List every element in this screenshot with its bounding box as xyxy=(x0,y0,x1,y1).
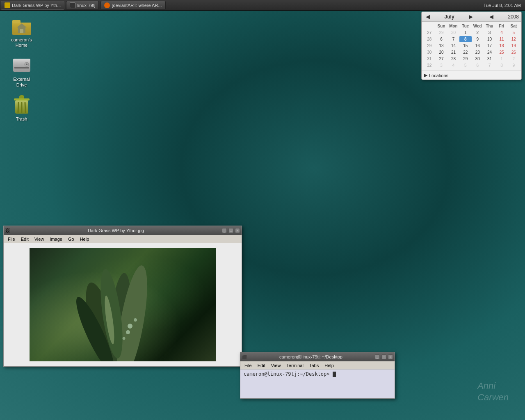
cal-day-cell[interactable]: 2 xyxy=(472,30,484,36)
cal-day-cell[interactable]: 2 xyxy=(508,56,520,62)
cal-day-cell[interactable]: 3 xyxy=(484,30,495,36)
cal-day-cell[interactable]: 20 xyxy=(435,49,447,55)
svg-line-14 xyxy=(18,103,18,112)
taskbar-terminal-label: linux-79tj xyxy=(77,3,95,8)
cal-day-cell[interactable]: 1 xyxy=(495,56,507,62)
taskbar-item-firefox[interactable]: [deviantART: where AR... xyxy=(100,1,165,10)
calendar-header: ◀ July ▶ ◀ 2008 xyxy=(422,12,521,22)
cal-day-cell[interactable]: 24 xyxy=(484,49,495,55)
taskbar-gimp-label: Dark Grass WP by Yth... xyxy=(12,3,61,8)
cal-day-cell[interactable]: 29 xyxy=(459,56,471,62)
cal-day-cell[interactable]: 6 xyxy=(472,62,484,68)
calendar-year: 2008 xyxy=(508,14,519,20)
calendar-week-row: 2913141516171819 xyxy=(423,43,520,49)
cal-day-cell[interactable]: 27 xyxy=(435,56,447,62)
cal-day-cell[interactable]: 21 xyxy=(447,49,459,55)
cal-day-cell[interactable]: 11 xyxy=(495,36,507,42)
svg-point-25 xyxy=(122,337,125,340)
desktop-icon-drive[interactable]: External Drive xyxy=(6,54,37,89)
gimp-menu-edit[interactable]: Edit xyxy=(18,236,31,242)
cal-week-num: 32 xyxy=(423,62,435,68)
gimp-close-btn[interactable]: × xyxy=(235,228,240,233)
cal-dow-fri: Fri xyxy=(495,23,507,29)
terminal-menu-edit[interactable]: Edit xyxy=(255,363,268,368)
cal-day-cell[interactable]: 8 xyxy=(495,62,507,68)
calendar-next-month[interactable]: ▶ xyxy=(467,14,475,20)
cal-day-cell[interactable]: 3 xyxy=(435,62,447,68)
home-icon-label: cameron's Home xyxy=(8,37,35,48)
watermark-line1: Anni xyxy=(477,380,509,392)
terminal-close-btn[interactable]: × xyxy=(388,354,393,359)
gimp-minimize-btn[interactable]: _ xyxy=(222,228,227,233)
cal-day-cell[interactable]: 25 xyxy=(495,49,507,55)
cal-day-cell[interactable]: 4 xyxy=(495,30,507,36)
gimp-menu-image[interactable]: Image xyxy=(47,236,65,242)
cal-day-cell[interactable]: 30 xyxy=(472,56,484,62)
cal-day-cell[interactable]: 8 xyxy=(459,36,471,42)
cal-day-cell[interactable]: 19 xyxy=(508,43,520,49)
terminal-menu-tabs[interactable]: Tabs xyxy=(307,363,321,368)
desktop-icon-home[interactable]: cameron's Home xyxy=(6,14,37,50)
taskbar-item-terminal[interactable]: linux-79tj xyxy=(66,1,99,10)
cal-day-cell[interactable]: 22 xyxy=(459,49,471,55)
cal-day-cell[interactable]: 15 xyxy=(459,43,471,49)
gimp-menu-help[interactable]: Help xyxy=(78,236,92,242)
terminal-menu-view[interactable]: View xyxy=(269,363,283,368)
cal-day-cell[interactable]: 10 xyxy=(484,36,495,42)
cal-day-cell[interactable]: 26 xyxy=(508,49,520,55)
taskbar: Dark Grass WP by Yth... linux-79tj [devi… xyxy=(0,0,525,11)
terminal-window: ⬛ cameron@linux-79tj: ~/Desktop _ □ × Fi… xyxy=(240,352,395,399)
cal-day-cell[interactable]: 4 xyxy=(447,62,459,68)
gimp-image-display xyxy=(30,248,216,361)
desktop-icon-trash[interactable]: Trash xyxy=(6,94,37,123)
terminal-menu-help[interactable]: Help xyxy=(322,363,336,368)
gimp-canvas xyxy=(4,243,242,366)
terminal-title: cameron@linux-79tj: ~/Desktop xyxy=(249,354,373,359)
calendar-weeks: 2729301234528678910111229131415161718193… xyxy=(423,30,520,68)
terminal-menu-terminal[interactable]: Terminal xyxy=(284,363,306,368)
cal-day-cell[interactable]: 9 xyxy=(472,36,484,42)
cal-dow-tue: Tue xyxy=(459,23,471,29)
cal-day-cell[interactable]: 6 xyxy=(435,36,447,42)
gimp-title: Dark Grass WP by Ythor.jpg xyxy=(11,228,220,233)
cal-day-cell[interactable]: 14 xyxy=(447,43,459,49)
terminal-minimize-btn[interactable]: _ xyxy=(375,354,380,359)
cal-day-cell[interactable]: 1 xyxy=(459,30,471,36)
svg-point-22 xyxy=(128,324,132,329)
gimp-menu-view[interactable]: View xyxy=(32,236,47,242)
svg-rect-8 xyxy=(14,67,29,68)
cal-week-num: 30 xyxy=(423,49,435,55)
gimp-grass-svg xyxy=(30,248,216,361)
cal-day-cell[interactable]: 7 xyxy=(484,62,495,68)
trash-svg xyxy=(12,95,32,115)
gimp-menu-file[interactable]: File xyxy=(5,236,18,242)
cal-day-cell[interactable]: 23 xyxy=(472,49,484,55)
terminal-menu-file[interactable]: File xyxy=(242,363,254,368)
cal-day-cell[interactable]: 12 xyxy=(508,36,520,42)
gimp-menu-go[interactable]: Go xyxy=(66,236,77,242)
cal-day-cell[interactable]: 5 xyxy=(508,30,520,36)
cal-day-cell[interactable]: 9 xyxy=(508,62,520,68)
cal-day-cell[interactable]: 5 xyxy=(459,62,471,68)
cal-day-cell[interactable]: 28 xyxy=(447,56,459,62)
cal-day-cell[interactable]: 13 xyxy=(435,43,447,49)
cal-day-cell[interactable]: 29 xyxy=(435,30,447,36)
cal-day-cell[interactable]: 18 xyxy=(495,43,507,49)
cal-day-cell[interactable]: 7 xyxy=(447,36,459,42)
terminal-canvas[interactable]: cameron@linux-79tj:~/Desktop> xyxy=(240,370,395,398)
cal-day-cell[interactable]: 31 xyxy=(484,56,495,62)
svg-point-23 xyxy=(134,318,137,322)
cal-day-cell[interactable]: 16 xyxy=(472,43,484,49)
calendar-week-row: 3020212223242526 xyxy=(423,49,520,55)
cal-day-cell[interactable]: 30 xyxy=(447,30,459,36)
calendar-locations[interactable]: ▶ Locations xyxy=(422,71,521,80)
cal-day-cell[interactable]: 17 xyxy=(484,43,495,49)
cal-week-num: 31 xyxy=(423,56,435,62)
gimp-maximize-btn[interactable]: □ xyxy=(228,228,233,233)
terminal-titlebar: ⬛ cameron@linux-79tj: ~/Desktop _ □ × xyxy=(240,352,395,361)
calendar-prev-year[interactable]: ◀ xyxy=(488,14,495,20)
calendar-prev-month[interactable]: ◀ xyxy=(424,14,431,20)
terminal-prompt: cameron@linux-79tj:~/Desktop> xyxy=(244,371,391,377)
taskbar-item-gimp[interactable]: Dark Grass WP by Yth... xyxy=(1,1,64,10)
terminal-maximize-btn[interactable]: □ xyxy=(381,354,386,359)
